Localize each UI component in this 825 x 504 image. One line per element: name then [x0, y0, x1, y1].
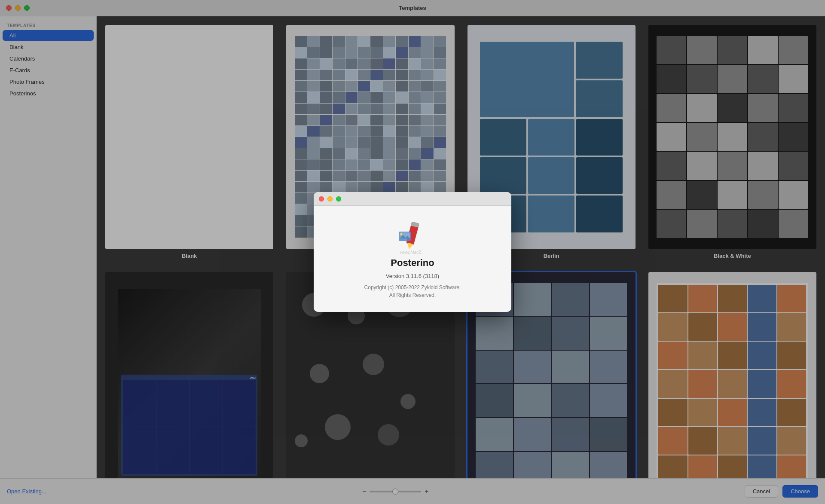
popup-body: www.MacZ... Posterino Version 3.11.6 (31…	[314, 206, 511, 312]
popup-titlebar	[314, 192, 511, 206]
popup-maximize-button[interactable]	[336, 196, 341, 202]
popup-copyright: Copyright (c) 2005-2022 Zykloid Software…	[364, 284, 461, 299]
popup-app-name: Posterino	[391, 257, 434, 269]
svg-point-5	[400, 233, 403, 235]
popup-minimize-button[interactable]	[327, 196, 333, 202]
popup-close-button[interactable]	[319, 196, 324, 202]
about-popup: www.MacZ... Posterino Version 3.11.6 (31…	[314, 192, 511, 312]
popup-overlay[interactable]: www.MacZ... Posterino Version 3.11.6 (31…	[0, 0, 825, 504]
popup-version: Version 3.11.6 (3118)	[386, 273, 439, 279]
app-icon	[395, 219, 430, 253]
